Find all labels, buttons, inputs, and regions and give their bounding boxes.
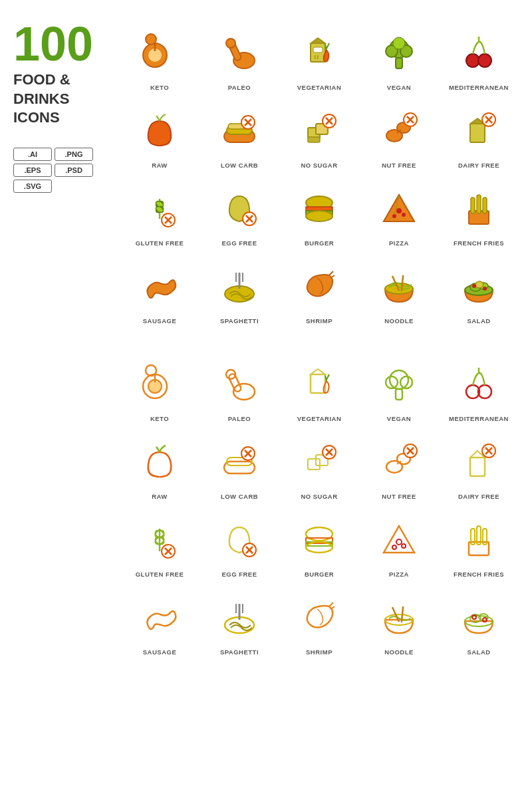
icon-cell-no-sugar: NO SUGAR <box>279 98 359 176</box>
burger-icon <box>293 182 346 235</box>
shrimp2-label: SHRIMP <box>306 648 332 656</box>
vegetarian-label: VEGETARIAN <box>297 84 342 91</box>
nut-free-label: NUT FREE <box>382 162 416 169</box>
vegetarian2-label: VEGETARIAN <box>297 415 342 422</box>
pizza-label: PIZZA <box>389 239 409 247</box>
svg-rect-98 <box>224 462 255 473</box>
keto2-label: KETO <box>150 415 169 422</box>
icon-cell-low-carb2: LOW CARB <box>200 429 279 507</box>
title-text: FOOD &DRINKSICONS <box>13 70 120 128</box>
low-carb-icon <box>213 104 266 158</box>
icon-cell-keto2: KETO <box>120 351 200 429</box>
svg-rect-30 <box>308 137 320 142</box>
icon-cell-vegan2: VEGAN <box>359 351 439 429</box>
icon-cell-french-fries: FRENCH FRIES <box>439 176 519 253</box>
icon-grid-row1: KETO PALEO <box>120 20 519 331</box>
svg-point-20 <box>478 54 491 67</box>
svg-point-78 <box>483 287 487 291</box>
svg-point-133 <box>396 539 402 545</box>
svg-point-60 <box>392 214 396 218</box>
icon-cell-dairy-free2: DAIRY FREE <box>439 429 519 507</box>
svg-rect-14 <box>396 58 402 68</box>
gluten-free-label: GLUTEN FREE <box>136 239 184 247</box>
icon-cell-sausage2: SAUSAGE <box>120 585 200 662</box>
keto2-icon <box>133 358 186 411</box>
icon-cell-burger2: BURGER <box>279 507 359 585</box>
vegan-icon <box>372 27 426 80</box>
icon-cell-salad2: SALAD <box>439 585 519 662</box>
salad2-label: SALAD <box>467 648 490 656</box>
svg-marker-8 <box>311 38 325 43</box>
svg-line-13 <box>327 43 329 49</box>
svg-point-61 <box>402 213 406 217</box>
french-fries-icon <box>452 182 505 235</box>
badge-ai: .AI <box>13 148 52 161</box>
paleo-icon <box>213 27 266 80</box>
svg-point-59 <box>396 208 402 213</box>
pizza-icon <box>372 182 426 235</box>
shrimp2-icon <box>293 591 346 644</box>
burger2-icon <box>293 513 346 567</box>
icon-cell-gluten-free2: GLUTEN FREE <box>120 507 200 585</box>
dairy-free-icon <box>452 104 505 158</box>
nut-free-icon <box>372 104 426 158</box>
icon-cell-spaghetti2: SPAGHETTI <box>200 585 279 662</box>
french-fries2-icon <box>452 513 505 567</box>
nut-free2-icon <box>372 436 426 489</box>
egg-free2-icon <box>213 513 266 567</box>
page: 100 FOOD &DRINKSICONS .AI .PNG .EPS .PSD… <box>0 0 532 702</box>
salad2-icon <box>452 591 505 644</box>
no-sugar-label: NO SUGAR <box>301 162 337 169</box>
salad-icon <box>452 260 505 313</box>
spaghetti-label: SPAGHETTI <box>220 317 259 325</box>
vegan2-icon <box>372 358 426 411</box>
icon-cell-noodle2: NOODLE <box>359 585 439 662</box>
svg-point-150 <box>472 615 476 619</box>
no-sugar-icon <box>293 104 346 158</box>
badge-svg: .SVG <box>13 180 52 193</box>
svg-rect-91 <box>396 389 402 400</box>
no-sugar2-icon <box>293 436 346 489</box>
icon-cell-nut-free: NUT FREE <box>359 98 439 176</box>
svg-rect-64 <box>477 195 481 213</box>
noodle-label: NOODLE <box>384 317 414 325</box>
svg-point-18 <box>393 37 405 49</box>
french-fries-label: FRENCH FRIES <box>454 239 504 247</box>
noodle2-icon <box>372 591 426 644</box>
mediterranean2-icon <box>452 358 505 411</box>
dairy-free-label: DAIRY FREE <box>458 162 499 169</box>
icon-cell-low-carb: LOW CARB <box>200 98 279 176</box>
egg-free-label: EGG FREE <box>221 239 257 247</box>
vegan-label: VEGAN <box>387 84 411 91</box>
icon-cell-mediterranean2: MEDITERRANEAN <box>439 351 519 429</box>
salad-label: SALAD <box>467 317 490 325</box>
raw2-label: RAW <box>152 493 168 500</box>
icon-cell-spaghetti: SPAGHETTI <box>200 253 279 331</box>
keto-label: KETO <box>150 84 169 91</box>
noodle-icon <box>372 260 426 313</box>
low-carb2-label: LOW CARB <box>221 493 258 500</box>
shrimp-icon <box>293 260 346 313</box>
paleo2-icon <box>213 358 266 411</box>
gluten-free2-icon <box>133 513 186 567</box>
paleo2-label: PALEO <box>228 415 251 422</box>
icon-cell-paleo: PALEO <box>200 20 279 98</box>
low-carb2-icon <box>213 436 266 489</box>
noodle2-label: NOODLE <box>384 648 414 656</box>
svg-rect-103 <box>308 459 320 469</box>
pizza2-icon <box>372 513 426 567</box>
icon-cell-dairy-free: DAIRY FREE <box>439 98 519 176</box>
vegetarian-icon <box>293 27 346 80</box>
icon-cell-mediterranean: MEDITERRANEAN <box>439 20 519 98</box>
svg-point-82 <box>146 365 156 376</box>
badge-png: .PNG <box>55 148 93 161</box>
icon-cell-shrimp: SHRIMP <box>279 253 359 331</box>
svg-point-58 <box>306 211 332 221</box>
sausage-label: SAUSAGE <box>143 317 176 325</box>
sausage2-label: SAUSAGE <box>143 648 176 656</box>
french-fries2-label: FRENCH FRIES <box>454 571 504 578</box>
svg-rect-65 <box>483 198 487 213</box>
sausage-icon <box>133 260 186 313</box>
icon-cell-paleo2: PALEO <box>200 351 279 429</box>
gluten-free2-label: GLUTEN FREE <box>136 571 184 578</box>
